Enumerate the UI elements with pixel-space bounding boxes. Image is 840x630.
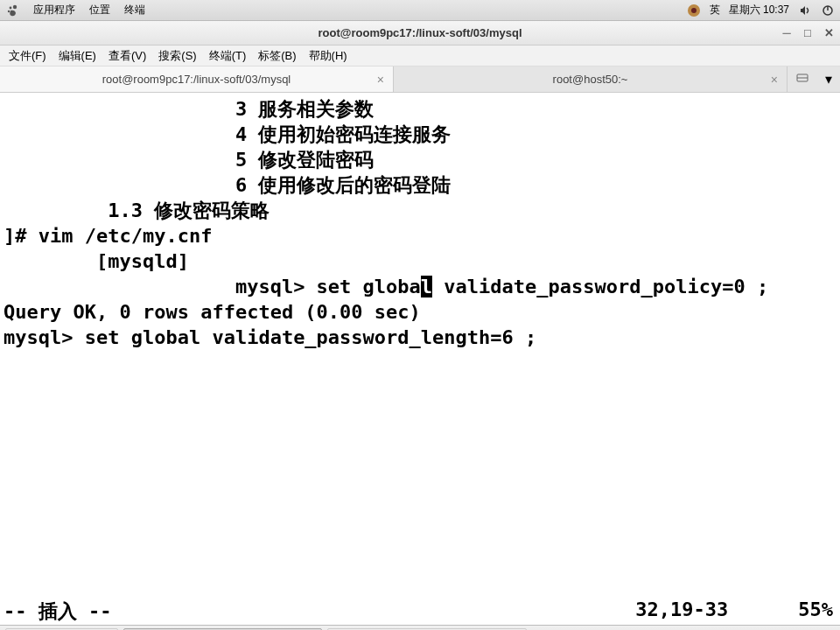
- vim-line: 6 使用修改后的密码登陆: [4, 172, 836, 198]
- svg-point-0: [13, 4, 17, 8]
- vim-line: 5 修改登陆密码: [4, 147, 836, 172]
- tab-1-close-icon[interactable]: ×: [377, 73, 384, 87]
- clock[interactable]: 星期六 10:37: [729, 3, 789, 18]
- desktop-taskbar: [虚拟系统管理器] >_ root@room9pc17:/linux-soft/…: [0, 625, 840, 630]
- vim-cursor-line: mysql> set global validate_password_poli…: [4, 274, 836, 299]
- vim-percent: 55%: [798, 598, 833, 625]
- menu-file[interactable]: 文件(F): [5, 46, 50, 66]
- ime-indicator[interactable]: 英: [710, 3, 720, 18]
- vim-statusline: -- 插入 -- 32,19-33 55%: [0, 598, 840, 625]
- maximize-button[interactable]: □: [802, 27, 814, 39]
- terminal-tabbar: root@room9pc17:/linux-soft/03/mysql × ro…: [0, 66, 840, 93]
- vim-line: 1.3 修改密码策略: [4, 198, 836, 223]
- menu-view[interactable]: 查看(V): [105, 46, 150, 66]
- menu-applications[interactable]: 应用程序: [33, 3, 75, 18]
- vim-line: ]# vim /etc/my.cnf: [4, 223, 836, 248]
- menu-edit[interactable]: 编辑(E): [55, 46, 100, 66]
- vim-cursor: l: [421, 276, 432, 298]
- close-button[interactable]: ✕: [822, 27, 835, 39]
- terminal-output[interactable]: 3 服务相关参数 4 使用初始密码连接服务 5 修改登陆密码 6 使用修改后的密…: [0, 93, 840, 598]
- vim-line: 4 使用初始密码连接服务: [4, 122, 836, 147]
- svg-point-4: [691, 8, 696, 13]
- vim-line: Query OK, 0 rows affected (0.00 sec): [4, 299, 836, 325]
- menu-help[interactable]: 帮助(H): [305, 46, 351, 66]
- svg-point-1: [10, 6, 12, 9]
- desktop-topbar: 应用程序 位置 终端 英 星期六 10:37: [0, 0, 840, 21]
- menu-terminal-app[interactable]: 终端(T): [206, 46, 250, 66]
- tab-menu-chevron-icon[interactable]: ▾: [825, 71, 832, 88]
- menu-search[interactable]: 搜索(S): [155, 46, 200, 66]
- volume-icon[interactable]: [798, 4, 812, 18]
- vim-line: mysql> set global validate_password_leng…: [4, 325, 836, 350]
- vim-line: [mysqld]: [4, 248, 836, 274]
- window-titlebar: root@room9pc17:/linux-soft/03/mysql ─ □ …: [0, 21, 840, 46]
- vim-position: 32,19-33: [635, 598, 728, 625]
- tab-2-close-icon[interactable]: ×: [771, 73, 778, 87]
- menu-places[interactable]: 位置: [89, 3, 110, 18]
- svg-point-2: [8, 10, 10, 11]
- tab-1[interactable]: root@room9pc17:/linux-soft/03/mysql ×: [0, 66, 394, 92]
- tab-2[interactable]: root@host50:~ ×: [394, 66, 788, 92]
- tab-1-label: root@room9pc17:/linux-soft/03/mysql: [102, 73, 291, 86]
- gnome-icon: [5, 4, 19, 18]
- menu-terminal[interactable]: 终端: [124, 3, 145, 18]
- recorder-icon[interactable]: [687, 4, 701, 18]
- minimize-button[interactable]: ─: [780, 27, 793, 39]
- vim-mode: -- 插入 --: [4, 598, 111, 625]
- menu-tabs[interactable]: 标签(B): [255, 46, 299, 66]
- power-icon[interactable]: [821, 4, 835, 18]
- app-menubar: 文件(F) 编辑(E) 查看(V) 搜索(S) 终端(T) 标签(B) 帮助(H…: [0, 46, 840, 66]
- vim-line: 3 服务相关参数: [4, 96, 836, 122]
- tab-2-label: root@host50:~: [553, 73, 628, 86]
- window-title: root@room9pc17:/linux-soft/03/mysql: [318, 26, 522, 39]
- broadcast-icon[interactable]: [795, 71, 809, 88]
